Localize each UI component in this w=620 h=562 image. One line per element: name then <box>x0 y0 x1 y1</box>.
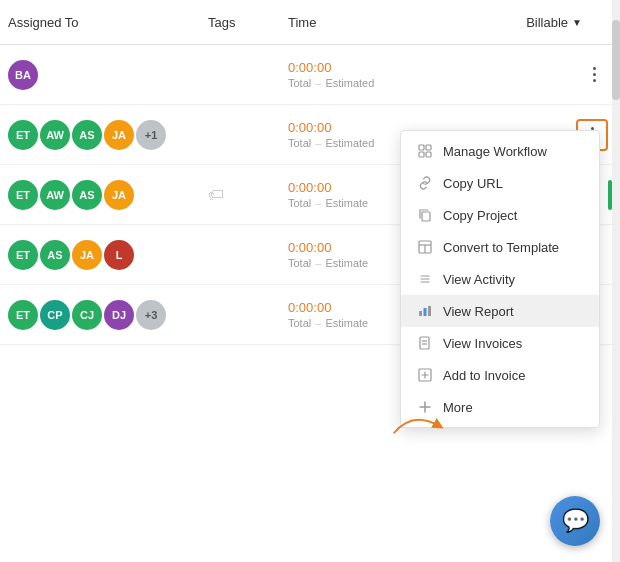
link-icon <box>417 175 433 191</box>
doc-icon <box>417 335 433 351</box>
time-sub: Total – Estimated <box>288 77 448 89</box>
svg-rect-12 <box>424 308 427 316</box>
avatar: JA <box>104 120 134 150</box>
avatar: CJ <box>72 300 102 330</box>
col-header-billable[interactable]: Billable ▼ <box>526 15 612 30</box>
svg-rect-3 <box>426 152 431 157</box>
billable-cell <box>580 61 612 89</box>
row-menu-button[interactable] <box>580 61 608 89</box>
avatar: ET <box>8 300 38 330</box>
col-header-tags: Tags <box>208 15 288 30</box>
menu-item-manage-workflow[interactable]: Manage Workflow <box>401 135 599 167</box>
avatar: JA <box>104 180 134 210</box>
time-cell: 0:00:00 Total – Estimated <box>288 60 448 89</box>
menu-item-add-invoice[interactable]: Add to Invoice <box>401 359 599 391</box>
avatar: AW <box>40 180 70 210</box>
menu-item-copy-project[interactable]: Copy Project <box>401 199 599 231</box>
plus-box-icon <box>417 367 433 383</box>
avatar-group: ET AW AS JA +1 <box>8 120 208 150</box>
time-value: 0:00:00 <box>288 60 448 75</box>
avatar: ET <box>8 180 38 210</box>
menu-item-label: Manage Workflow <box>443 144 547 159</box>
copy-icon <box>417 207 433 223</box>
plus-icon <box>417 399 433 415</box>
menu-item-label: More <box>443 400 473 415</box>
chat-icon: 💬 <box>562 508 589 534</box>
scrollbar[interactable] <box>612 0 620 562</box>
svg-rect-4 <box>422 212 430 221</box>
billable-chevron-icon: ▼ <box>572 17 582 28</box>
col-header-time: Time <box>288 15 448 30</box>
context-menu: Manage Workflow Copy URL Copy Project <box>400 130 600 428</box>
menu-item-view-activity[interactable]: View Activity <box>401 263 599 295</box>
avatar: CP <box>40 300 70 330</box>
svg-rect-0 <box>419 145 424 150</box>
menu-item-view-report[interactable]: View Report <box>401 295 599 327</box>
avatar-group: BA <box>8 60 208 90</box>
avatar: L <box>104 240 134 270</box>
menu-item-convert-template[interactable]: Convert to Template <box>401 231 599 263</box>
svg-rect-11 <box>419 311 422 316</box>
avatar: DJ <box>104 300 134 330</box>
avatar: BA <box>8 60 38 90</box>
avatar: ET <box>8 120 38 150</box>
menu-item-view-invoices[interactable]: View Invoices <box>401 327 599 359</box>
avatar-overflow: +3 <box>136 300 166 330</box>
tags-cell: 🏷 <box>208 186 288 204</box>
grid-icon <box>417 143 433 159</box>
menu-item-label: Add to Invoice <box>443 368 525 383</box>
list-icon <box>417 271 433 287</box>
table-header: Assigned To Tags Time Billable ▼ <box>0 0 620 45</box>
avatar-group: ET AS JA L <box>8 240 208 270</box>
svg-rect-13 <box>428 306 431 316</box>
avatar: JA <box>72 240 102 270</box>
menu-item-label: Convert to Template <box>443 240 559 255</box>
avatar: AS <box>72 120 102 150</box>
avatar-group: ET AW AS JA <box>8 180 208 210</box>
table-row: BA 0:00:00 Total – Estimated <box>0 45 620 105</box>
menu-item-copy-url[interactable]: Copy URL <box>401 167 599 199</box>
col-header-assigned: Assigned To <box>8 15 208 30</box>
menu-item-label: Copy Project <box>443 208 517 223</box>
tag-icon: 🏷 <box>208 186 224 204</box>
avatar: AS <box>72 180 102 210</box>
template-icon <box>417 239 433 255</box>
menu-item-label: Copy URL <box>443 176 503 191</box>
avatar: ET <box>8 240 38 270</box>
avatar-group: ET CP CJ DJ +3 <box>8 300 208 330</box>
svg-rect-14 <box>420 337 429 349</box>
avatar: AW <box>40 120 70 150</box>
svg-rect-2 <box>419 152 424 157</box>
avatar-overflow: +1 <box>136 120 166 150</box>
menu-item-label: View Activity <box>443 272 515 287</box>
scrollbar-thumb[interactable] <box>612 20 620 100</box>
menu-item-label: View Invoices <box>443 336 522 351</box>
chat-button[interactable]: 💬 <box>550 496 600 546</box>
menu-item-more[interactable]: More <box>401 391 599 423</box>
bar-chart-icon <box>417 303 433 319</box>
menu-item-label: View Report <box>443 304 514 319</box>
svg-rect-1 <box>426 145 431 150</box>
avatar: AS <box>40 240 70 270</box>
